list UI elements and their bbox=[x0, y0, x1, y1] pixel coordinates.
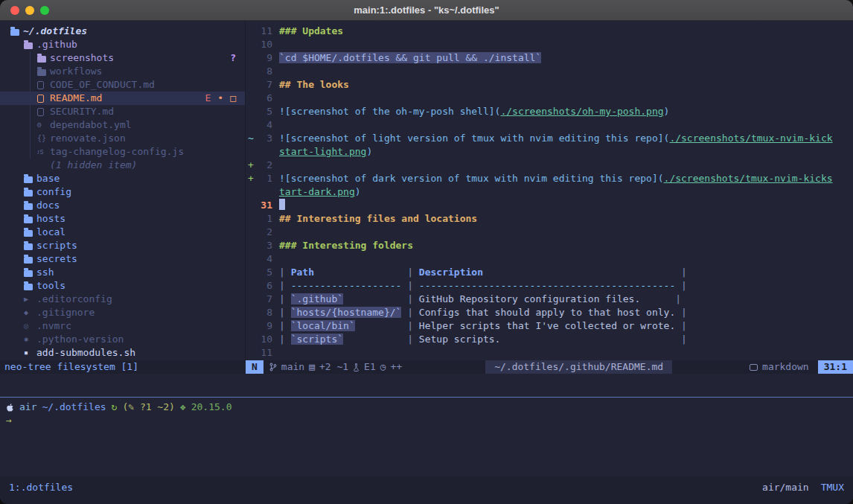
editor-line[interactable]: tart-dark.png) bbox=[246, 185, 853, 199]
tree-item-python-version[interactable]: ✱.python-version bbox=[0, 333, 245, 346]
question-badge: ? bbox=[230, 51, 236, 65]
gutter-sign: + bbox=[246, 159, 258, 172]
gutter-sign bbox=[246, 319, 258, 333]
line-text: | `hosts/{hostname}/` | Configs that sho… bbox=[272, 306, 687, 319]
gutter-sign bbox=[246, 185, 258, 199]
tree-item-hosts[interactable]: hosts bbox=[0, 212, 245, 226]
shell-pane[interactable]: air ~/.dotfiles ↻ (✎ ?1 ~2) ❖ 20.15.0 → bbox=[0, 398, 853, 476]
markdown-icon bbox=[750, 364, 758, 371]
tree-item-nvmrc[interactable]: ◎.nvmrc bbox=[0, 319, 245, 333]
editor-line[interactable]: 8| `hosts/{hostname}/` | Configs that sh… bbox=[246, 306, 853, 319]
line-number: 10 bbox=[258, 38, 272, 51]
tmux-window-name[interactable]: 1:.dotfiles bbox=[9, 480, 73, 495]
tree-item-dotfiles[interactable]: ~/.dotfiles bbox=[0, 25, 245, 38]
gutter-sign bbox=[246, 51, 258, 65]
gutter-sign bbox=[246, 105, 258, 118]
editor-line[interactable]: 11### Updates bbox=[246, 25, 853, 38]
editor-line[interactable]: 9`cd $HOME/.dotfiles && git pull && ./in… bbox=[246, 51, 853, 65]
line-text: | ------------------- | ----------------… bbox=[272, 279, 687, 293]
gutter-sign bbox=[246, 333, 258, 346]
editor-line[interactable]: 11 bbox=[246, 346, 853, 360]
editor-line[interactable]: start-light.png) bbox=[246, 145, 853, 159]
editor-line[interactable]: 6| ------------------- | ---------------… bbox=[246, 279, 853, 293]
editor-line[interactable]: 31 bbox=[246, 199, 853, 212]
window-title: main:1:.dotfiles - "ks~/.dotfiles" bbox=[0, 4, 853, 16]
line-text bbox=[272, 199, 285, 212]
tree-item-workflows[interactable]: workflows bbox=[0, 65, 245, 78]
tree-item-tools[interactable]: tools bbox=[0, 279, 245, 293]
neo-tree-sidebar[interactable]: ~/.dotfiles.githubscreenshots?workflowsC… bbox=[0, 21, 246, 360]
editor-line[interactable]: 7| `.github` | GitHub Repository configu… bbox=[246, 293, 853, 306]
editor-line[interactable]: 10 bbox=[246, 38, 853, 51]
tree-item-renovate-json[interactable]: {}renovate.json bbox=[0, 132, 245, 145]
tree-item-markers: E•□ bbox=[205, 92, 245, 105]
line-text: ### Updates bbox=[272, 25, 343, 38]
gutter-sign bbox=[246, 266, 258, 279]
neo-tree-status: neo-tree filesystem [1] bbox=[0, 360, 246, 374]
gutter-sign bbox=[246, 25, 258, 38]
tree-item-editorconfig[interactable]: ▶.editorconfig bbox=[0, 293, 245, 306]
tree-item-add-submodules-sh[interactable]: ▪add-submodules.sh bbox=[0, 346, 245, 360]
editor-line[interactable]: +1![screenshot of dark version of tmux w… bbox=[246, 172, 853, 185]
tree-item-label: docs bbox=[36, 199, 60, 212]
editor-line[interactable]: 7## The looks bbox=[246, 78, 853, 92]
line-text: ![screenshot of light version of tmux wi… bbox=[272, 132, 833, 145]
file-icon bbox=[37, 108, 50, 116]
node-icon: ❖ bbox=[180, 401, 186, 414]
folder-icon bbox=[24, 175, 36, 183]
line-number: 11 bbox=[258, 25, 272, 38]
tree-item-dependabot-yml[interactable]: ⚙dependabot.yml bbox=[0, 118, 245, 132]
line-number: 31 bbox=[258, 199, 272, 212]
js-icon: ᴊs bbox=[37, 145, 50, 159]
folder-icon bbox=[24, 202, 36, 210]
editor-line[interactable]: 5| Path | Description | bbox=[246, 266, 853, 279]
tree-item-tag-changelog-config-js[interactable]: ᴊstag-changelog-config.js bbox=[0, 145, 245, 159]
editor-line[interactable]: +2 bbox=[246, 159, 853, 172]
tree-item-1-hidden-item[interactable]: (1 hidden item) bbox=[0, 159, 245, 172]
line-text bbox=[272, 92, 279, 105]
gutter-sign bbox=[246, 118, 258, 132]
editor-line[interactable]: 2 bbox=[246, 226, 853, 239]
tree-item-screenshots[interactable]: screenshots? bbox=[0, 51, 245, 65]
tree-item-base[interactable]: base bbox=[0, 172, 245, 185]
gutter-sign bbox=[246, 239, 258, 252]
line-number: 6 bbox=[258, 279, 272, 293]
tree-item-label: .editorconfig bbox=[36, 293, 112, 306]
square-icon: ▪ bbox=[24, 346, 36, 360]
editor-line[interactable]: 4 bbox=[246, 252, 853, 266]
editor-line[interactable]: 9| `local/bin` | Helper scripts that I'v… bbox=[246, 319, 853, 333]
tree-item-scripts[interactable]: scripts bbox=[0, 239, 245, 252]
tree-item-github[interactable]: .github bbox=[0, 38, 245, 51]
editor-line[interactable]: 3### Interesting folders bbox=[246, 239, 853, 252]
editor-line[interactable]: 6 bbox=[246, 92, 853, 105]
line-number: 2 bbox=[258, 159, 272, 172]
tree-item-config[interactable]: config bbox=[0, 185, 245, 199]
line-text bbox=[272, 65, 279, 78]
prompt-git-status: (✎ ?1 ~2) bbox=[122, 401, 174, 414]
editor-pane[interactable]: 11### Updates109`cd $HOME/.dotfiles && g… bbox=[246, 21, 853, 360]
tree-item-secrets[interactable]: secrets bbox=[0, 252, 245, 266]
line-text: | `scripts` | Setup scripts. | bbox=[272, 333, 687, 346]
gutter-sign: + bbox=[246, 172, 258, 185]
buffer-icon: ▤ bbox=[309, 360, 315, 374]
git-sync-icon: ↻ bbox=[112, 401, 118, 414]
folder-icon bbox=[24, 282, 36, 290]
editor-line[interactable]: 1## Interesting files and locations bbox=[246, 212, 853, 226]
tree-item-ssh[interactable]: ssh bbox=[0, 266, 245, 279]
line-number: 9 bbox=[258, 319, 272, 333]
editor-line[interactable]: ~3![screenshot of light version of tmux … bbox=[246, 132, 853, 145]
editor-line[interactable]: 8 bbox=[246, 65, 853, 78]
tree-item-local[interactable]: local bbox=[0, 226, 245, 239]
tree-item-docs[interactable]: docs bbox=[0, 199, 245, 212]
line-text: ## Interesting files and locations bbox=[272, 212, 477, 226]
tree-item-label: ~/.dotfiles bbox=[23, 25, 87, 38]
status-marker: □ bbox=[230, 92, 236, 105]
editor-line[interactable]: 5![screenshot of the oh-my-posh shell](.… bbox=[246, 105, 853, 118]
editor-line[interactable]: 10| `scripts` | Setup scripts. | bbox=[246, 333, 853, 346]
tree-item-code-of-conduct-md[interactable]: CODE_OF_CONDUCT.md bbox=[0, 78, 245, 92]
tree-item-readme-md[interactable]: README.mdE•□ bbox=[0, 92, 245, 105]
tree-item-gitignore[interactable]: ◆.gitignore bbox=[0, 306, 245, 319]
line-text: ## The looks bbox=[272, 78, 349, 92]
editor-line[interactable]: 4 bbox=[246, 118, 853, 132]
tree-item-security-md[interactable]: SECURITY.md bbox=[0, 105, 245, 118]
